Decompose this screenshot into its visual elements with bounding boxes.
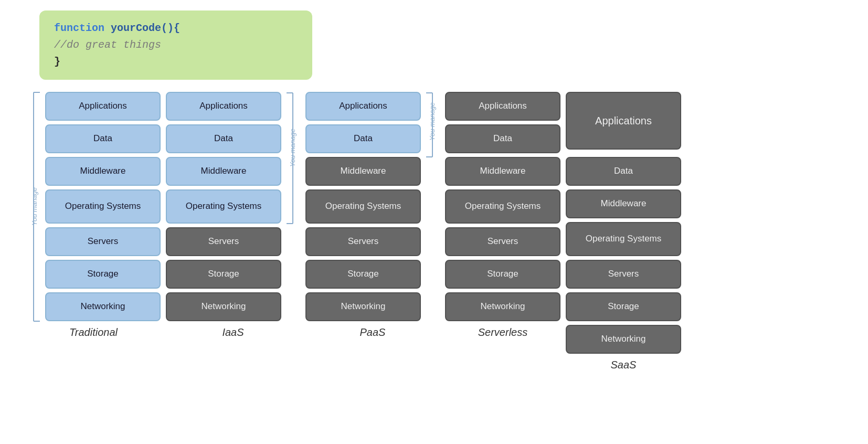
columns-area: You manage Applications Data Middleware …: [26, 92, 863, 371]
col-iaas: Applications Data Middleware Operating S…: [166, 92, 300, 339]
you-manage-label-traditional: You manage: [30, 187, 38, 226]
code-line-2: //do great things: [54, 37, 298, 54]
code-line-3: }: [54, 54, 298, 70]
col-label-iaas: IaaS: [222, 326, 244, 339]
code-brace: }: [54, 56, 60, 68]
box-traditional-networking: Networking: [45, 292, 161, 321]
box-paas-applications: Applications: [305, 92, 421, 121]
box-serverless-data: Data: [445, 124, 560, 153]
box-paas-os: Operating Systems: [305, 189, 421, 224]
box-saas-data: Data: [566, 157, 681, 186]
you-manage-label-iaas: You manage: [289, 129, 297, 167]
box-serverless-storage: Storage: [445, 260, 560, 289]
box-serverless-applications: Applications: [445, 92, 560, 121]
stack-saas: Applications Data Middleware Operating S…: [566, 92, 681, 354]
box-paas-middleware: Middleware: [305, 157, 421, 186]
stack-traditional: Applications Data Middleware Operating S…: [45, 92, 161, 321]
box-paas-data: Data: [305, 124, 421, 153]
box-traditional-storage: Storage: [45, 260, 161, 289]
stack-paas: Applications Data Middleware Operating S…: [305, 92, 421, 321]
box-saas-servers: Servers: [566, 260, 681, 289]
code-line-1: function yourCode(){: [54, 20, 298, 37]
stack-iaas: Applications Data Middleware Operating S…: [166, 92, 281, 321]
box-iaas-servers: Servers: [166, 227, 281, 256]
code-block: function yourCode(){ //do great things }: [39, 10, 312, 80]
col-saas: Applications Data Middleware Operating S…: [566, 92, 681, 371]
box-iaas-storage: Storage: [166, 260, 281, 289]
box-serverless-os: Operating Systems: [445, 189, 560, 224]
box-iaas-data: Data: [166, 124, 281, 153]
box-iaas-middleware: Middleware: [166, 157, 281, 186]
box-traditional-applications: Applications: [45, 92, 161, 121]
box-iaas-applications: Applications: [166, 92, 281, 121]
col-paas: Applications Data Middleware Operating S…: [305, 92, 440, 339]
stack-serverless: Applications Data Middleware Operating S…: [445, 92, 560, 321]
box-traditional-os: Operating Systems: [45, 189, 161, 224]
col-label-saas: SaaS: [611, 359, 637, 371]
code-keyword: function: [54, 22, 104, 34]
box-traditional-data: Data: [45, 124, 161, 153]
box-saas-networking: Networking: [566, 325, 681, 354]
box-paas-networking: Networking: [305, 292, 421, 321]
box-saas-applications-large: Applications: [566, 92, 681, 150]
col-serverless: Applications Data Middleware Operating S…: [445, 92, 560, 339]
box-saas-middleware: Middleware: [566, 189, 681, 218]
box-iaas-os: Operating Systems: [166, 189, 281, 224]
box-paas-servers: Servers: [305, 227, 421, 256]
box-saas-storage: Storage: [566, 292, 681, 321]
col-traditional: You manage Applications Data Middleware …: [26, 92, 161, 339]
col-label-paas: PaaS: [360, 326, 386, 339]
box-traditional-middleware: Middleware: [45, 157, 161, 186]
box-serverless-middleware: Middleware: [445, 157, 560, 186]
box-iaas-networking: Networking: [166, 292, 281, 321]
box-serverless-servers: Servers: [445, 227, 560, 256]
code-comment: //do great things: [54, 39, 161, 51]
col-label-traditional: Traditional: [69, 326, 118, 339]
box-serverless-networking: Networking: [445, 292, 560, 321]
you-manage-label-paas: You manage: [428, 102, 436, 141]
col-label-serverless: Serverless: [478, 326, 527, 339]
box-traditional-servers: Servers: [45, 227, 161, 256]
box-saas-os: Operating Systems: [566, 222, 681, 256]
box-paas-storage: Storage: [305, 260, 421, 289]
code-func-name: yourCode(){: [104, 22, 180, 34]
